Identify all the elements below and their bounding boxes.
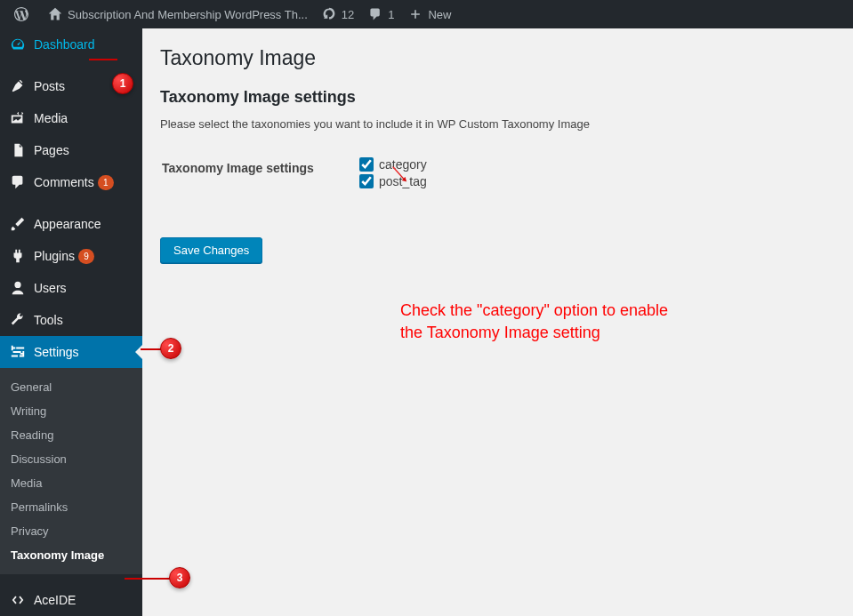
updates-link[interactable]: 12 [315, 0, 361, 28]
sidebar-item-users[interactable]: Users [0, 272, 142, 304]
plugins-badge: 9 [78, 249, 94, 264]
submenu-media[interactable]: Media [0, 471, 142, 495]
page-description: Please select the taxonomies you want to… [160, 117, 835, 131]
sidebar-item-label: Comments [34, 175, 94, 189]
sidebar-item-label: Settings [34, 345, 79, 359]
update-icon [322, 7, 336, 21]
admin-toolbar: Subscription And Membership WordPress Th… [0, 0, 853, 28]
marker-3: 3 [169, 567, 190, 588]
sidebar-item-label: Media [34, 111, 68, 125]
checkbox-category[interactable] [359, 157, 374, 172]
plug-icon [9, 247, 27, 265]
settings-submenu: General Writing Reading Discussion Media… [0, 368, 142, 574]
sidebar-item-pages[interactable]: Pages [0, 134, 142, 166]
home-icon [48, 7, 62, 21]
code-icon [9, 591, 27, 609]
sidebar-item-media[interactable]: Media [0, 102, 142, 134]
page-heading: Taxonomy Image settings [160, 88, 835, 107]
submenu-writing[interactable]: Writing [0, 399, 142, 423]
sidebar-item-label: Appearance [34, 217, 101, 231]
sidebar-item-label: Dashboard [34, 37, 95, 52]
dashboard-icon [9, 36, 27, 53]
sidebar-item-plugins[interactable]: Plugins 9 [0, 240, 142, 272]
comments-count: 1 [388, 8, 394, 21]
sidebar-item-label: Pages [34, 143, 69, 157]
new-label: New [428, 8, 451, 21]
sidebar-item-appearance[interactable]: Appearance [0, 208, 142, 240]
wordpress-icon [14, 7, 28, 21]
marker-1: 1 [112, 73, 133, 94]
sidebar-item-settings[interactable]: Settings [0, 336, 142, 368]
site-name-link[interactable]: Subscription And Membership WordPress Th… [41, 0, 315, 28]
admin-sidebar: Dashboard Posts Media Pages Comments 1 A… [0, 28, 142, 616]
wp-logo[interactable] [7, 0, 41, 28]
wrench-icon [9, 311, 27, 329]
submenu-privacy[interactable]: Privacy [0, 519, 142, 543]
submenu-discussion[interactable]: Discussion [0, 447, 142, 471]
page-title: Taxonomy Image [160, 46, 835, 70]
site-name-label: Subscription And Membership WordPress Th… [68, 8, 308, 21]
new-content-link[interactable]: New [401, 0, 458, 28]
marker-2: 2 [160, 338, 181, 359]
comments-link[interactable]: 1 [361, 0, 401, 28]
sidebar-item-label: Tools [34, 313, 63, 327]
submenu-taxonomy-image[interactable]: Taxonomy Image [0, 543, 142, 567]
comments-badge: 1 [98, 175, 114, 190]
annotation-text: Check the "category" option to enable th… [400, 300, 694, 344]
sidebar-item-label: Users [34, 281, 67, 295]
comment-icon [9, 173, 27, 191]
marker-line [125, 578, 173, 580]
brush-icon [9, 215, 27, 233]
sidebar-item-aceide[interactable]: AceIDE [0, 584, 142, 616]
sidebar-item-label: Posts [34, 79, 65, 93]
plus-icon [408, 7, 422, 21]
sidebar-item-label: Plugins [34, 249, 75, 263]
save-button[interactable]: Save Changes [160, 237, 262, 263]
comment-icon [368, 7, 382, 21]
checkbox-category-label[interactable]: category [379, 157, 427, 172]
checkbox-post-tag[interactable] [359, 174, 374, 188]
user-icon [9, 279, 27, 297]
sidebar-item-tools[interactable]: Tools [0, 304, 142, 336]
submenu-general[interactable]: General [0, 375, 142, 399]
updates-count: 12 [342, 8, 354, 21]
submenu-permalinks[interactable]: Permalinks [0, 495, 142, 519]
page-content: Taxonomy Image Taxonomy Image settings P… [142, 28, 853, 616]
sidebar-item-dashboard[interactable]: Dashboard [0, 28, 142, 60]
sidebar-item-label: AceIDE [34, 593, 76, 607]
sliders-icon [9, 343, 27, 361]
settings-row-label: Taxonomy Image settings [162, 157, 358, 191]
pin-icon [9, 77, 27, 95]
marker-line [89, 59, 117, 60]
sidebar-item-comments[interactable]: Comments 1 [0, 166, 142, 198]
checkbox-post-tag-label[interactable]: post_tag [379, 174, 427, 188]
page-icon [9, 141, 27, 159]
media-icon [9, 109, 27, 127]
submenu-reading[interactable]: Reading [0, 423, 142, 447]
